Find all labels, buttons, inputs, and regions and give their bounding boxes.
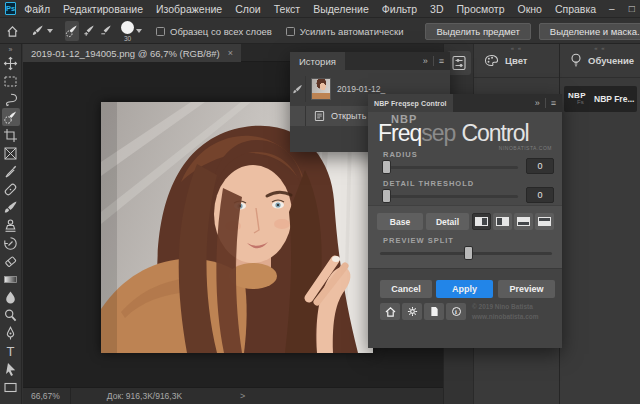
status-chevron-icon[interactable]: >	[240, 391, 245, 401]
menu-3d[interactable]: 3D	[430, 3, 443, 15]
tool-move-icon[interactable]	[2, 54, 20, 72]
info-button[interactable]: i	[446, 303, 466, 320]
sample-all-layers-checkbox[interactable]: Образец со всех слоев	[156, 26, 272, 37]
info-icon: i	[452, 307, 461, 316]
home-button[interactable]	[380, 303, 400, 320]
tool-blur-icon[interactable]	[2, 288, 20, 306]
radius-slider-handle[interactable]	[382, 160, 391, 174]
open-state-label: Открыть	[331, 111, 366, 121]
split-left-button[interactable]	[472, 213, 491, 230]
cancel-button[interactable]: Cancel	[380, 280, 432, 298]
add-to-selection-brush-icon[interactable]	[82, 21, 96, 41]
detail-threshold-slider[interactable]	[382, 195, 518, 198]
dock-grip-icon[interactable]: « «	[594, 45, 605, 51]
maximize-button[interactable]: □	[629, 4, 635, 14]
tool-eyedropper-icon[interactable]	[2, 162, 20, 180]
checkbox-icon	[156, 27, 165, 36]
tool-clone-stamp-icon[interactable]	[2, 216, 20, 234]
nbp-freqsep-tab[interactable]: NBP Freqsep Control	[368, 94, 453, 112]
home-icon[interactable]	[6, 21, 19, 41]
tool-preset-chevron-icon[interactable]	[47, 29, 53, 33]
detail-threshold-label: DETAIL THRESHOLD	[383, 179, 474, 188]
minimize-button[interactable]: –	[609, 4, 615, 14]
tool-spot-healing-icon[interactable]	[2, 180, 20, 198]
tool-frame-icon[interactable]	[2, 144, 20, 162]
radius-label: RADIUS	[383, 150, 418, 159]
menu-layers[interactable]: Слои	[235, 3, 261, 15]
subtract-from-selection-brush-icon[interactable]	[99, 21, 113, 41]
auto-enhance-checkbox[interactable]: Усилить автоматически	[286, 26, 404, 37]
menu-image[interactable]: Изображение	[156, 3, 222, 15]
tool-brush-icon[interactable]	[2, 198, 20, 216]
history-brush-source-well[interactable]	[290, 76, 306, 102]
menu-help[interactable]: Справка	[555, 3, 596, 15]
tool-lasso-icon[interactable]	[2, 90, 20, 108]
status-bar: 66,67% Док: 916,3K/916,3K >	[23, 387, 443, 404]
history-brush-source-well[interactable]	[290, 106, 306, 126]
copyright-text: © 2019 Nino Batista www.ninobatista.com	[472, 302, 539, 322]
photoshop-logo-icon[interactable]: Ps	[5, 2, 16, 15]
brush-size-picker[interactable]: 30	[121, 21, 134, 42]
detail-threshold-slider-handle[interactable]	[382, 189, 391, 203]
radius-value-field[interactable]: 0	[526, 158, 554, 174]
menu-select[interactable]: Выделение	[313, 3, 369, 15]
snapshot-thumbnail[interactable]	[311, 78, 331, 100]
tool-type-icon[interactable]: T	[2, 342, 20, 360]
nbp-actions-section: Cancel Apply Preview i © 2019 Nino Batis…	[368, 268, 562, 348]
detail-button[interactable]: Detail	[426, 213, 469, 230]
nbp-freqsep-panel: NBP Freqsep Control » ≡ NBP FreqsepContr…	[368, 94, 562, 348]
base-button[interactable]: Base	[377, 213, 423, 230]
preview-split-slider[interactable]	[380, 252, 552, 255]
menu-edit[interactable]: Редактирование	[63, 3, 143, 15]
detail-threshold-value-field[interactable]: 0	[526, 187, 554, 203]
settings-button[interactable]	[402, 303, 422, 320]
palette-icon	[484, 54, 499, 67]
nbp-logo-site: NINOBATISTA.COM	[499, 145, 552, 151]
panel-collapse-icon[interactable]: »	[423, 57, 428, 66]
panel-collapse-icon[interactable]: »	[535, 99, 540, 108]
menu-filter[interactable]: Фильтр	[382, 3, 417, 15]
tool-gradient-icon[interactable]	[2, 270, 20, 288]
tab-close-icon[interactable]: ×	[228, 48, 233, 58]
brush-size-chevron-icon[interactable]	[136, 29, 142, 33]
panel-menu-icon[interactable]: ≡	[551, 99, 556, 108]
tool-crop-icon[interactable]	[2, 126, 20, 144]
apply-button[interactable]: Apply	[436, 280, 493, 298]
properties-panel-button[interactable]	[447, 51, 471, 75]
nbp-freqsep-collapsed-tab[interactable]: NBP Fs NBP Fre...	[564, 86, 637, 112]
history-tab[interactable]: История	[290, 52, 345, 70]
tool-eraser-icon[interactable]	[2, 252, 20, 270]
split-top-button[interactable]	[514, 213, 533, 230]
select-and-mask-button[interactable]: Выделение и маска...	[539, 23, 640, 40]
menu-view[interactable]: Просмотр	[457, 3, 505, 15]
tool-preset-picker-icon[interactable]	[31, 21, 45, 41]
toolbar-expand-icon[interactable]: »	[9, 46, 13, 53]
nbp-panel-tab-bar: NBP Freqsep Control » ≡	[368, 94, 562, 112]
select-subject-button[interactable]: Выделить предмет	[425, 23, 530, 40]
open-document-icon	[314, 110, 325, 122]
properties-icon	[451, 55, 467, 71]
zoom-level-field[interactable]: 66,67%	[31, 388, 71, 404]
preview-split-label: PREVIEW SPLIT	[383, 236, 454, 245]
tool-pen-icon[interactable]	[2, 324, 20, 342]
new-selection-brush-icon[interactable]	[65, 21, 79, 41]
document-size-info: Док: 916,3K/916,3K	[107, 391, 182, 401]
tool-path-selection-icon[interactable]	[2, 360, 20, 378]
docs-button[interactable]	[424, 303, 444, 320]
radius-slider[interactable]	[382, 166, 518, 169]
tool-rectangle-icon[interactable]	[2, 378, 20, 396]
tool-rectangular-marquee-icon[interactable]	[2, 72, 20, 90]
preview-split-slider-handle[interactable]	[464, 246, 473, 260]
menu-type[interactable]: Текст	[274, 3, 300, 15]
panel-menu-icon[interactable]: ≡	[439, 57, 444, 66]
menu-file[interactable]: Файл	[24, 3, 50, 15]
tool-dodge-icon[interactable]	[2, 306, 20, 324]
document-tab[interactable]: 2019-01-12_194005.png @ 66,7% (RGB/8#) ×	[23, 44, 241, 62]
tool-history-brush-icon[interactable]	[2, 234, 20, 252]
split-right-button[interactable]	[493, 213, 512, 230]
preview-button[interactable]: Preview	[498, 280, 555, 298]
tool-quick-selection-icon[interactable]	[2, 108, 20, 126]
split-bottom-button[interactable]	[535, 213, 554, 230]
dock-grip-icon[interactable]: « «	[511, 45, 522, 51]
menu-window[interactable]: Окно	[517, 3, 541, 15]
